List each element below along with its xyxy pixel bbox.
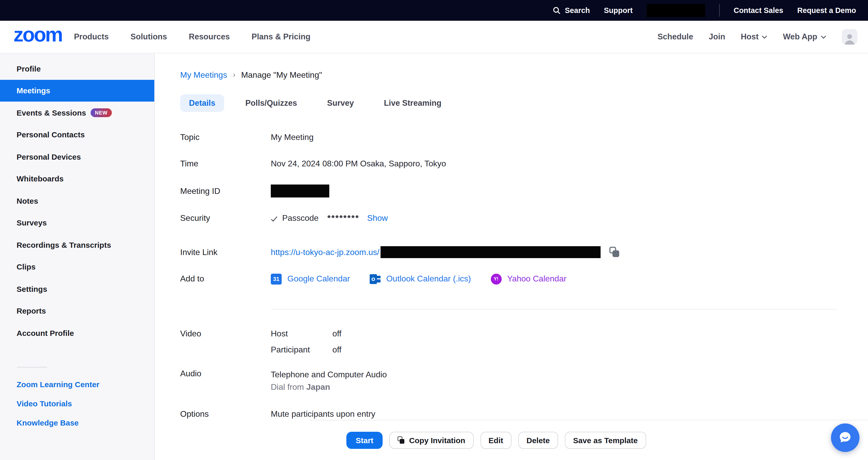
topic-row: Topic My Meeting — [180, 132, 868, 143]
sidebar-help-links: Zoom Learning Center Video Tutorials Kno… — [0, 374, 154, 432]
chat-bubble-icon — [837, 429, 853, 446]
copy-invite-link-icon[interactable] — [610, 247, 620, 258]
audio-value: Telephone and Computer Audio — [271, 369, 387, 380]
topbar-search-label: Search — [565, 6, 590, 15]
breadcrumb-my-meetings-link[interactable]: My Meetings — [180, 69, 227, 81]
video-host-line: Host off — [271, 325, 341, 342]
sidebar-item-surveys[interactable]: Surveys — [0, 212, 154, 234]
options-value: Mute participants upon entry — [271, 408, 375, 420]
zoom-web-portal-page: Search Support Contact Sales Request a D… — [0, 0, 868, 460]
search-icon — [552, 6, 561, 15]
main-navbar: zoom Products Solutions Resources Plans … — [0, 21, 868, 53]
topic-label: Topic — [180, 133, 271, 142]
checkmark-icon — [271, 216, 278, 222]
contact-sales-link[interactable]: Contact Sales — [734, 6, 783, 15]
sidebar-item-meetings[interactable]: Meetings — [0, 80, 154, 102]
meeting-details: Topic My Meeting Time Nov 24, 2024 08:00… — [180, 132, 868, 285]
sidebar-item-notes[interactable]: Notes — [0, 190, 154, 212]
knowledge-base-link[interactable]: Knowledge Base — [0, 413, 154, 432]
tab-details[interactable]: Details — [180, 94, 224, 112]
video-tutorials-link[interactable]: Video Tutorials — [0, 394, 154, 413]
video-host-label: Host — [271, 325, 332, 342]
redacted-invite-link — [380, 246, 600, 258]
join-link[interactable]: Join — [709, 32, 725, 41]
delete-button[interactable]: Delete — [518, 431, 558, 449]
sidebar-item-whiteboards[interactable]: Whiteboards — [0, 168, 154, 190]
nav-actions: Schedule Join Host Web App — [657, 29, 857, 45]
audio-row: Audio Telephone and Computer Audio Dial … — [180, 369, 868, 394]
time-label: Time — [180, 159, 271, 168]
edit-button[interactable]: Edit — [480, 431, 512, 449]
zoom-learning-center-link[interactable]: Zoom Learning Center — [0, 374, 154, 394]
dial-from-line: Dial from Japan — [271, 380, 387, 394]
dial-from-country: Japan — [306, 382, 330, 391]
request-demo-link[interactable]: Request a Demo — [797, 6, 856, 15]
user-avatar[interactable] — [842, 29, 857, 45]
redacted-account-name — [647, 4, 705, 17]
host-dropdown-label: Host — [741, 32, 758, 41]
outlook-calendar-link[interactable]: o Outlook Calendar (.ics) — [370, 274, 471, 284]
topbar-divider — [719, 4, 720, 17]
topbar-support-link[interactable]: Support — [604, 6, 633, 15]
sidebar-divider — [17, 367, 47, 367]
video-host-value: off — [332, 325, 341, 342]
google-calendar-icon: 31 — [271, 274, 282, 284]
nav-menu: Products Solutions Resources Plans & Pri… — [74, 32, 311, 41]
top-utility-bar: Search Support Contact Sales Request a D… — [0, 0, 868, 21]
options-label: Options — [180, 408, 271, 420]
web-app-dropdown-label: Web App — [783, 32, 817, 41]
breadcrumb-current: Manage "My Meeting" — [241, 69, 322, 81]
sidebar-item-clips[interactable]: Clips — [0, 256, 154, 278]
topbar-search[interactable]: Search — [552, 6, 590, 15]
video-label: Video — [180, 325, 271, 342]
sidebar-item-events-sessions[interactable]: Events & Sessions NEW — [0, 102, 154, 124]
sidebar-item-personal-contacts[interactable]: Personal Contacts — [0, 124, 154, 146]
sidebar-item-personal-devices[interactable]: Personal Devices — [0, 146, 154, 168]
web-app-dropdown[interactable]: Web App — [783, 32, 826, 41]
invite-link-label: Invite Link — [180, 248, 271, 257]
tab-live-streaming[interactable]: Live Streaming — [375, 94, 450, 112]
yahoo-calendar-link[interactable]: Y! Yahoo Calendar — [491, 274, 566, 284]
security-label: Security — [180, 213, 271, 223]
sidebar-item-reports[interactable]: Reports — [0, 300, 154, 322]
save-as-template-button[interactable]: Save as Template — [565, 431, 646, 449]
topic-value: My Meeting — [271, 133, 313, 142]
yahoo-calendar-icon: Y! — [491, 274, 501, 284]
sidebar-menu: Profile Meetings Events & Sessions NEW P… — [0, 58, 154, 344]
video-participant-value: off — [332, 342, 341, 357]
host-dropdown[interactable]: Host — [741, 32, 767, 41]
schedule-link[interactable]: Schedule — [657, 32, 693, 41]
new-badge: NEW — [91, 108, 112, 117]
sidebar-item-profile[interactable]: Profile — [0, 58, 154, 80]
sidebar-item-account-profile[interactable]: Account Profile — [0, 322, 154, 344]
sidebar: Profile Meetings Events & Sessions NEW P… — [0, 53, 155, 460]
breadcrumb-chevron-icon: › — [233, 69, 235, 80]
add-to-row: Add to 31 Google Calendar o Outlook Cale… — [180, 273, 868, 285]
video-participant-line: Participant off — [271, 342, 341, 357]
nav-item-plans-pricing[interactable]: Plans & Pricing — [252, 32, 310, 41]
video-row: Video Host off Participant off — [180, 325, 868, 357]
nav-item-resources[interactable]: Resources — [189, 32, 230, 41]
video-participant-label: Participant — [271, 342, 332, 357]
audio-label: Audio — [180, 369, 271, 378]
add-to-label: Add to — [180, 274, 271, 284]
zoom-logo[interactable]: zoom — [13, 26, 62, 44]
nav-item-products[interactable]: Products — [74, 32, 109, 41]
start-button[interactable]: Start — [346, 431, 382, 449]
google-calendar-link[interactable]: 31 Google Calendar — [271, 274, 350, 284]
support-chat-button[interactable] — [831, 423, 859, 452]
copy-invitation-button[interactable]: Copy Invitation — [389, 431, 473, 449]
redacted-meeting-id — [271, 184, 329, 198]
nav-item-solutions[interactable]: Solutions — [130, 32, 167, 41]
passcode-label: Passcode — [282, 213, 319, 223]
options-row: Options Mute participants upon entry — [180, 408, 868, 420]
sidebar-item-settings[interactable]: Settings — [0, 278, 154, 300]
show-passcode-link[interactable]: Show — [367, 213, 388, 223]
tab-polls-quizzes[interactable]: Polls/Quizzes — [237, 94, 306, 112]
passcode-mask: ******** — [328, 213, 360, 223]
tab-survey[interactable]: Survey — [318, 94, 363, 112]
meeting-tabs: Details Polls/Quizzes Survey Live Stream… — [180, 94, 868, 112]
sidebar-item-recordings-transcripts[interactable]: Recordings & Transcripts — [0, 234, 154, 256]
invite-url-link[interactable]: https://u-tokyo-ac-jp.zoom.us/ — [271, 248, 379, 257]
person-icon — [843, 32, 856, 45]
